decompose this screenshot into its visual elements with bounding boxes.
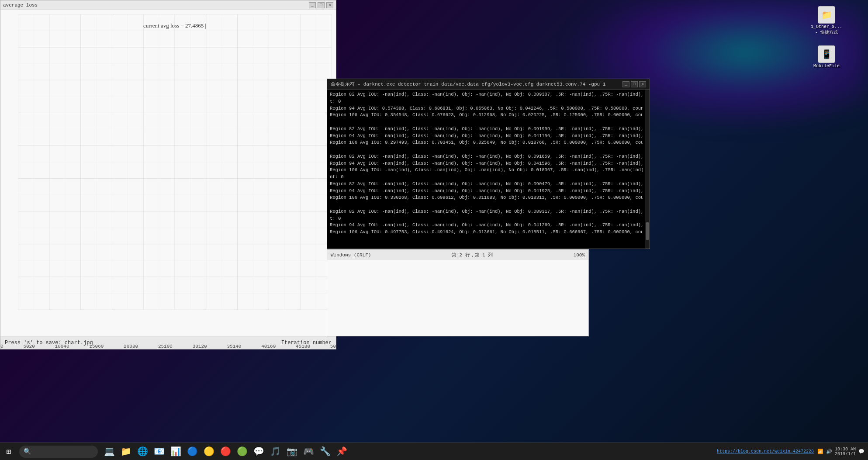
taskbar-volume-icon: 🔊 (826, 449, 832, 454)
taskbar-app-13[interactable]: 🎮 (301, 444, 316, 460)
desktop-icon-other[interactable]: 📁 1_Other_S... - 快捷方式 (811, 4, 842, 37)
cmd-line-14: Region 82 Avg IOU: -nan(ind), Class: -na… (330, 181, 643, 188)
cmd-line-13: nt: 0 (330, 174, 643, 181)
mobilefile-icon: 📱 (818, 45, 835, 63)
cmd-titlebar: 命令提示符 - darknet.exe detector train data/… (327, 79, 650, 90)
app-icon-6: 🔵 (187, 446, 198, 457)
app-icon-14: 🔧 (320, 446, 331, 457)
app-icon-2: 📁 (121, 446, 131, 457)
cmd-line-6: Region 82 Avg IOU: -nan(ind), Class: -na… (330, 126, 643, 133)
cmd-scrollbar[interactable] (645, 90, 650, 249)
folder-icon: 📁 (818, 6, 835, 24)
cmd-line-17 (330, 201, 643, 208)
icon-label-mobilefile: MobileFile (813, 64, 840, 69)
desktop: 📁 1_Other_S... - 快捷方式 📱 MobileFile avera… (0, 0, 868, 460)
app-icon-15: 📌 (336, 446, 347, 457)
notepad-encoding: Windows (CRLF) (331, 252, 371, 258)
cmd-line-8: Region 106 Avg IOU: 0.297493, Class: 0.7… (330, 139, 643, 146)
app-icon-3: 🌐 (137, 446, 148, 457)
cmd-line-10: Region 82 Avg IOU: -nan(ind), Class: -na… (330, 153, 643, 160)
x-label-40160: 40160 (261, 344, 276, 349)
chart-grid-svg: current avg loss = 27.4865 | (18, 14, 332, 310)
taskbar-app-12[interactable]: 📷 (284, 444, 300, 460)
taskbar-url[interactable]: https://blog.csdn.net/weixin_42472228 (717, 449, 814, 454)
app-icon-12: 📷 (287, 446, 297, 457)
app-icon-11: 🎵 (270, 446, 281, 457)
app-icon-4: 📧 (154, 446, 165, 457)
chart-maximize-button[interactable]: □ (318, 2, 325, 8)
app-icon-10: 💬 (253, 446, 264, 457)
taskbar-app-3[interactable]: 🌐 (135, 444, 150, 460)
taskbar-app-5[interactable]: 📊 (168, 444, 183, 460)
x-label-0: 0 (0, 344, 3, 349)
cmd-line-19: t: 0 (330, 215, 643, 222)
x-label-45180: 45180 (296, 344, 310, 349)
start-icon: ⊞ (7, 447, 11, 457)
desktop-icon-mobilefile[interactable]: 📱 MobileFile (811, 44, 842, 70)
taskbar-app-9[interactable]: 🟢 (234, 444, 250, 460)
start-button[interactable]: ⊞ (0, 443, 17, 460)
cmd-line-9 (330, 146, 643, 153)
x-label-50: 50 (330, 344, 336, 349)
icon-label-other: 1_Other_S... - 快捷方式 (811, 24, 842, 35)
taskbar-app-14[interactable]: 🔧 (317, 444, 333, 460)
app-icon-5: 📊 (170, 446, 181, 457)
cmd-line-1: Region 82 Avg IOU: -nan(ind), Class: -na… (330, 91, 643, 98)
svg-text:current avg loss = 27.4865 |: current avg loss = 27.4865 | (143, 22, 206, 29)
chart-window-controls: _ □ ✕ (309, 2, 333, 8)
chart-window: average loss _ □ ✕ 4.5 4.0 3.5 3.0 2.5 2… (0, 0, 336, 349)
taskbar-app-6[interactable]: 🔵 (184, 444, 200, 460)
taskbar-time: 10:30 AM2019/1/1 (835, 447, 856, 457)
cmd-content[interactable]: Region 82 Avg IOU: -nan(ind), Class: -na… (327, 90, 645, 249)
x-label-30120: 30120 (193, 344, 207, 349)
cmd-minimize-button[interactable]: _ (622, 81, 629, 87)
cmd-window-controls: _ □ ✕ (622, 81, 646, 87)
cmd-line-4: Region 106 Avg IOU: 0.354548, Class: 0.6… (330, 112, 643, 119)
taskbar-right: https://blog.csdn.net/weixin_42472228 📶 … (717, 447, 868, 457)
x-axis-labels: 0 5020 10040 15060 20080 25100 30120 351… (0, 344, 336, 349)
notepad-zoom: 100% (574, 252, 585, 258)
cmd-main: Region 82 Avg IOU: -nan(ind), Class: -na… (327, 90, 650, 249)
x-label-35140: 35140 (227, 344, 241, 349)
cmd-line-7: Region 94 Avg IOU: -nan(ind), Class: -na… (330, 133, 643, 140)
chart-minimize-button[interactable]: _ (309, 2, 316, 8)
x-label-15060: 15060 (89, 344, 104, 349)
app-icon-7: 🟡 (204, 446, 214, 457)
x-label-20080: 20080 (124, 344, 138, 349)
taskbar-app-8[interactable]: 🔴 (218, 444, 233, 460)
app-icon-8: 🔴 (220, 446, 231, 457)
taskbar-app-4[interactable]: 📧 (151, 444, 167, 460)
notepad-statusbar: Windows (CRLF) 第 2 行，第 1 列 100% (327, 249, 588, 260)
cmd-line-5 (330, 119, 643, 126)
cmd-window: 命令提示符 - darknet.exe detector train data/… (327, 79, 650, 249)
cmd-window-title: 命令提示符 - darknet.exe detector train data/… (331, 81, 605, 87)
cmd-scrollbar-thumb[interactable] (646, 222, 649, 240)
app-icon-13: 🎮 (303, 446, 314, 457)
app-icon-9: 🟢 (237, 446, 248, 457)
taskbar-app-7[interactable]: 🟡 (201, 444, 217, 460)
taskbar-app-15[interactable]: 📌 (334, 444, 349, 460)
cmd-line-2: t: 0 (330, 98, 643, 105)
chart-window-title: average loss (3, 3, 38, 8)
x-label-25100: 25100 (158, 344, 173, 349)
taskbar-app-11[interactable]: 🎵 (267, 444, 283, 460)
notepad-position: 第 2 行，第 1 列 (452, 252, 493, 258)
taskbar-sys: 📶 🔊 10:30 AM2019/1/1 💬 (817, 447, 865, 457)
taskbar-network-icon: 📶 (817, 449, 823, 454)
taskbar-app-10[interactable]: 💬 (251, 444, 266, 460)
cmd-line-12: Region 106 Avg IOU: -nan(ind), Class: -n… (330, 167, 643, 174)
taskbar-apps: 💻 📁 🌐 📧 📊 🔵 🟡 🔴 🟢 💬 🎵 📷 🎮 🔧 📌 (101, 444, 349, 460)
cmd-line-21: Region 106 Avg IOU: 0.497753, Class: 0.4… (330, 229, 643, 236)
cmd-close-button[interactable]: ✕ (639, 81, 646, 87)
cmd-maximize-button[interactable]: □ (631, 81, 638, 87)
cmd-line-18: Region 82 Avg IOU: -nan(ind), Class: -na… (330, 208, 643, 215)
cmd-line-11: Region 94 Avg IOU: -nan(ind), Class: -na… (330, 160, 643, 167)
taskbar-app-1[interactable]: 💻 (101, 444, 117, 460)
taskbar-app-2[interactable]: 📁 (118, 444, 134, 460)
taskbar-search[interactable]: 🔍 (19, 446, 98, 458)
taskbar-notification-icon[interactable]: 💬 (858, 449, 865, 454)
chart-close-button[interactable]: ✕ (326, 2, 333, 8)
app-icon-1: 💻 (104, 446, 115, 457)
cmd-line-20: Region 94 Avg IOU: -nan(ind), Class: -na… (330, 222, 643, 229)
search-icon: 🔍 (24, 448, 31, 455)
